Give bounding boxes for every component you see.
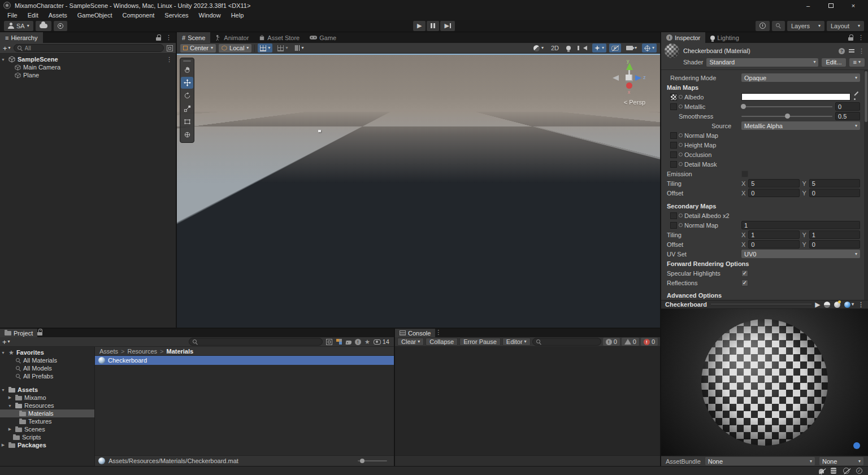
help-icon[interactable]: ? bbox=[839, 48, 845, 54]
favorites-header[interactable]: ▼★Favorites bbox=[0, 348, 94, 356]
menu-edit[interactable]: Edit bbox=[23, 12, 44, 19]
thumbnail-size-slider[interactable] bbox=[358, 460, 387, 461]
secondary-offset-y[interactable]: 0 bbox=[809, 240, 860, 249]
grid-snap-toggle[interactable]: ▾ bbox=[275, 43, 290, 53]
tab-console[interactable]: Console bbox=[395, 329, 435, 337]
effects-toggle[interactable]: ▾ bbox=[592, 43, 606, 53]
hidden-count-toggle[interactable]: 14 bbox=[374, 338, 392, 345]
auto-refresh-disabled-icon[interactable] bbox=[843, 468, 849, 474]
favorites-star-icon[interactable]: ★ bbox=[364, 338, 370, 346]
console-search[interactable] bbox=[532, 338, 601, 346]
perspective-label[interactable]: < Persp bbox=[624, 99, 645, 106]
menu-window[interactable]: Window bbox=[194, 12, 226, 19]
kebab-menu-icon[interactable]: ⋮ bbox=[858, 301, 864, 308]
metallic-value[interactable]: 0 bbox=[835, 102, 860, 111]
menu-component[interactable]: Component bbox=[117, 12, 159, 19]
increment-snap-toggle[interactable]: ▾ bbox=[293, 43, 306, 53]
kebab-menu-icon[interactable]: ⋮ bbox=[166, 56, 172, 63]
error-pause-button[interactable]: Error Pause bbox=[459, 338, 501, 346]
hidden-objects-toggle[interactable] bbox=[609, 43, 621, 53]
tab-game[interactable]: Game bbox=[305, 32, 341, 43]
transform-tool-button[interactable] bbox=[181, 129, 193, 141]
collapse-button[interactable]: Collapse bbox=[426, 338, 458, 346]
tree-item-scene[interactable]: ▼ SampleScene ⋮ bbox=[0, 55, 176, 63]
secondary-normal-slot[interactable] bbox=[670, 222, 677, 229]
tree-mixamo[interactable]: ▶Mixamo bbox=[0, 394, 94, 402]
axis-z-cone[interactable] bbox=[635, 75, 641, 81]
lighting-toggle[interactable] bbox=[564, 43, 573, 53]
move-tool-button[interactable] bbox=[181, 77, 193, 89]
tab-inspector[interactable]: i Inspector bbox=[661, 32, 705, 43]
assetbundle-variant-dropdown[interactable]: None▾ bbox=[819, 457, 863, 465]
material-preview-header[interactable]: Checkerboard ▶ ▾ ⋮ bbox=[661, 300, 868, 309]
height-map-slot[interactable] bbox=[670, 142, 677, 149]
play-button[interactable]: ▶ bbox=[413, 21, 426, 31]
services-button[interactable] bbox=[54, 21, 67, 31]
layout-dropdown[interactable]: Layout▾ bbox=[827, 21, 864, 31]
breadcrumb-materials[interactable]: Materials bbox=[166, 348, 193, 355]
foldout-icon[interactable]: ▼ bbox=[0, 58, 6, 62]
activity-ok-icon[interactable]: ✓ bbox=[856, 468, 862, 474]
uv-set-dropdown[interactable]: UV0▾ bbox=[741, 250, 860, 258]
preview-drag-handle[interactable] bbox=[711, 304, 811, 305]
editor-dropdown[interactable]: Editor▾ bbox=[502, 338, 531, 346]
secondary-offset-x[interactable]: 0 bbox=[748, 240, 799, 249]
tree-materials-selected[interactable]: Materials bbox=[0, 409, 94, 417]
menu-services[interactable]: Services bbox=[159, 12, 193, 19]
edit-shader-button[interactable]: Edit... bbox=[822, 58, 845, 67]
step-button[interactable]: ▶ bbox=[441, 21, 455, 31]
texture-target-icon[interactable] bbox=[679, 152, 683, 156]
tab-lighting[interactable]: Lighting bbox=[705, 32, 744, 43]
material-preview-area[interactable] bbox=[661, 309, 868, 456]
presets-icon[interactable] bbox=[849, 49, 854, 52]
tool-rotation-dropdown[interactable]: Local▾ bbox=[219, 44, 251, 53]
tab-project[interactable]: Project bbox=[0, 329, 37, 337]
scene-picking-icon[interactable] bbox=[167, 45, 173, 51]
main-tiling-x[interactable]: 5 bbox=[748, 179, 799, 188]
detail-mask-slot[interactable] bbox=[670, 161, 677, 168]
info-count[interactable]: !0 bbox=[603, 338, 620, 346]
cache-server-icon[interactable] bbox=[831, 468, 836, 474]
fav-all-models[interactable]: All Models bbox=[0, 364, 94, 372]
search-info-icon[interactable]: ! bbox=[355, 339, 361, 345]
audio-toggle[interactable] bbox=[576, 43, 589, 53]
tool-pivot-dropdown[interactable]: Center▾ bbox=[180, 44, 216, 53]
hierarchy-search-input[interactable] bbox=[25, 45, 160, 51]
object-pivot-gizmo[interactable] bbox=[318, 130, 321, 132]
account-button[interactable]: SA ▾ bbox=[4, 21, 33, 31]
menu-assets[interactable]: Assets bbox=[44, 12, 72, 19]
normal-map-slot[interactable] bbox=[670, 132, 677, 139]
search-button[interactable] bbox=[772, 21, 785, 31]
tree-item-main-camera[interactable]: Main Camera bbox=[0, 63, 176, 71]
kebab-menu-icon[interactable]: ⋮ bbox=[435, 329, 441, 335]
secondary-tiling-y[interactable]: 1 bbox=[809, 230, 860, 239]
gizmo-cube[interactable] bbox=[626, 75, 633, 81]
tab-scene[interactable]: # Scene bbox=[177, 32, 210, 43]
orientation-gizmo[interactable]: y z x bbox=[611, 59, 648, 95]
axis-neg-cone[interactable] bbox=[613, 75, 619, 81]
rotate-tool-button[interactable] bbox=[181, 90, 193, 102]
scene-viewport[interactable]: y z x < Persp bbox=[177, 54, 660, 328]
warning-count[interactable]: 0 bbox=[622, 338, 639, 346]
tree-scripts[interactable]: Scripts bbox=[0, 433, 94, 441]
hierarchy-search[interactable] bbox=[14, 44, 164, 52]
preview-environment-dropdown[interactable]: ▾ bbox=[844, 302, 854, 308]
console-log-area[interactable] bbox=[395, 347, 660, 455]
axis-x-ball[interactable] bbox=[626, 82, 632, 89]
error-count[interactable]: !0 bbox=[641, 338, 658, 346]
rendering-mode-dropdown[interactable]: Opaque▾ bbox=[741, 73, 860, 82]
albedo-texture-slot[interactable] bbox=[670, 94, 677, 101]
tab-animator[interactable]: Animator bbox=[210, 32, 254, 43]
source-dropdown[interactable]: Metallic Alpha▾ bbox=[741, 121, 860, 130]
texture-target-icon[interactable] bbox=[679, 133, 683, 137]
secondary-tiling-x[interactable]: 1 bbox=[748, 230, 799, 239]
tab-hierarchy[interactable]: ≡ Hierarchy bbox=[0, 32, 43, 43]
main-offset-x[interactable]: 0 bbox=[748, 189, 799, 197]
grid-visibility-toggle[interactable]: ▾ bbox=[258, 43, 272, 53]
lock-icon[interactable] bbox=[848, 34, 853, 41]
texture-target-icon[interactable] bbox=[679, 104, 683, 108]
detail-albedo-slot[interactable] bbox=[670, 212, 677, 219]
minimize-button[interactable]: – bbox=[797, 0, 819, 11]
menu-file[interactable]: File bbox=[2, 12, 23, 19]
kebab-menu-icon[interactable]: ⋮ bbox=[858, 34, 864, 41]
